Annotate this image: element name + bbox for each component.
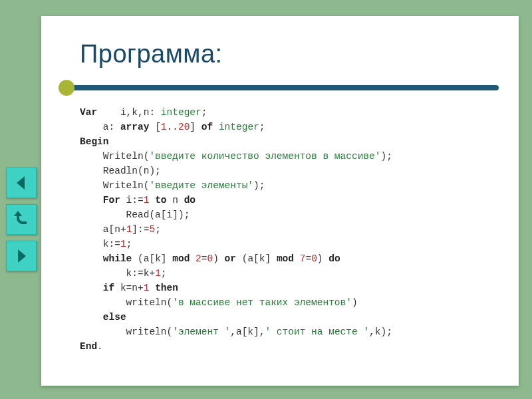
slide-title: Программа: xyxy=(80,40,223,68)
nav-next-button[interactable] xyxy=(6,241,37,271)
return-icon xyxy=(11,209,31,229)
svg-marker-0 xyxy=(17,176,25,190)
svg-marker-1 xyxy=(14,211,22,216)
svg-marker-2 xyxy=(18,249,26,263)
title-rule xyxy=(61,81,499,94)
nav-return-button[interactable] xyxy=(6,204,37,235)
nav-prev-button[interactable] xyxy=(6,168,37,198)
arrow-left-icon xyxy=(13,174,30,192)
arrow-right-icon xyxy=(13,247,30,265)
slide: Программа: Var i,k,n: integer; a: array … xyxy=(41,16,519,386)
code-block: Var i,k,n: integer; a: array [1..20] of … xyxy=(80,105,392,354)
